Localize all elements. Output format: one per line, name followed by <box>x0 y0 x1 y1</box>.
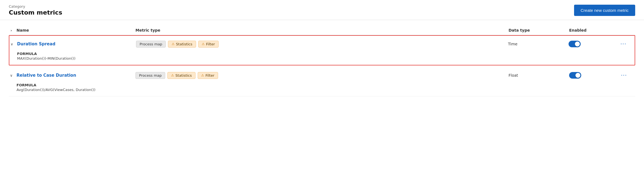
badge-process-map-1: Process map <box>136 41 166 48</box>
badge-process-map-1-label: Process map <box>140 42 162 46</box>
formula-label-relative-to-case-duration: FORMULA <box>17 83 635 87</box>
table-column-headers: › Name Metric type Data type Enabled <box>9 26 635 35</box>
metric-name-cell-duration-spread: ∨ Duration Spread <box>9 42 136 46</box>
metric-name-duration-spread[interactable]: Duration Spread <box>17 42 55 46</box>
col-header-name-group: › Name <box>9 28 135 33</box>
badge-statistics-2: ⚠ Statistics <box>167 72 195 79</box>
metric-main-duration-spread: ∨ Duration Spread Process map ⚠ Statisti… <box>9 36 635 51</box>
badge-process-map-2: Process map <box>135 72 165 79</box>
formula-value-relative-to-case-duration: Avg(Duration())/AVG(ViewCases, Duration(… <box>17 88 635 92</box>
toggle-thumb-duration-spread <box>575 42 580 46</box>
metric-row-duration-spread: ∨ Duration Spread Process map ⚠ Statisti… <box>9 35 635 65</box>
badge-filter-1-label: Filter <box>206 42 215 46</box>
formula-label-duration-spread: FORMULA <box>17 52 635 56</box>
page-title: Custom metrics <box>9 9 62 16</box>
badge-filter-1: ⚠ Filter <box>198 41 219 48</box>
metrics-table: › Name Metric type Data type Enabled ∨ D… <box>0 20 644 105</box>
enabled-cell-relative-to-case-duration <box>569 72 619 79</box>
badge-statistics-2-label: Statistics <box>175 73 192 78</box>
metric-row-relative-to-case-duration: ∨ Relative to Case Duration Process map … <box>9 67 635 96</box>
badge-statistics-1: ⚠ Statistics <box>168 41 196 48</box>
metric-type-cell-duration-spread: Process map ⚠ Statistics ⚠ Filter <box>136 41 508 48</box>
create-custom-metric-button[interactable]: Create new custom metric <box>574 5 635 16</box>
formula-duration-spread: FORMULA MAX(Duration())-MIN(Duration()) <box>9 51 635 65</box>
col-header-enabled: Enabled <box>569 28 619 32</box>
page-header: Category Custom metrics Create new custo… <box>0 0 644 20</box>
col-header-metric-type: Metric type <box>135 28 509 32</box>
badge-filter-2: ⚠ Filter <box>198 72 218 79</box>
enabled-cell-duration-spread <box>569 41 618 47</box>
header-left: Category Custom metrics <box>9 4 62 16</box>
more-options-relative-to-case-duration[interactable]: ··· <box>619 71 635 80</box>
metric-name-relative-to-case-duration[interactable]: Relative to Case Duration <box>17 73 76 78</box>
badge-filter-2-label: Filter <box>205 73 214 78</box>
collapse-relative-to-case-duration-button[interactable]: ∨ <box>9 73 14 78</box>
metric-name-cell-relative-to-case-duration: ∨ Relative to Case Duration <box>9 73 135 78</box>
data-type-duration-spread: Time <box>508 42 569 46</box>
category-label: Category <box>9 4 62 9</box>
toggle-thumb-relative-to-case-duration <box>575 73 580 78</box>
col-header-data-type: Data type <box>509 28 569 32</box>
expand-all-icon[interactable]: › <box>9 28 14 33</box>
data-type-relative-to-case-duration: Float <box>509 73 569 78</box>
more-options-duration-spread[interactable]: ··· <box>618 40 635 48</box>
formula-value-duration-spread: MAX(Duration())-MIN(Duration()) <box>17 56 635 60</box>
formula-relative-to-case-duration: FORMULA Avg(Duration())/AVG(ViewCases, D… <box>9 82 635 96</box>
toggle-relative-to-case-duration[interactable] <box>569 72 581 79</box>
metric-type-cell-relative-to-case-duration: Process map ⚠ Statistics ⚠ Filter <box>135 72 509 79</box>
col-header-name: Name <box>17 28 29 32</box>
badge-process-map-2-label: Process map <box>139 73 162 78</box>
warning-icon-filter-2: ⚠ <box>201 73 204 77</box>
warning-icon-statistics-1: ⚠ <box>172 42 175 46</box>
warning-icon-statistics-2: ⚠ <box>171 73 174 77</box>
metric-main-relative-to-case-duration: ∨ Relative to Case Duration Process map … <box>9 67 635 82</box>
warning-icon-filter-1: ⚠ <box>202 42 205 46</box>
toggle-duration-spread[interactable] <box>569 41 581 47</box>
collapse-duration-spread-button[interactable]: ∨ <box>9 42 14 46</box>
badge-statistics-1-label: Statistics <box>176 42 192 46</box>
